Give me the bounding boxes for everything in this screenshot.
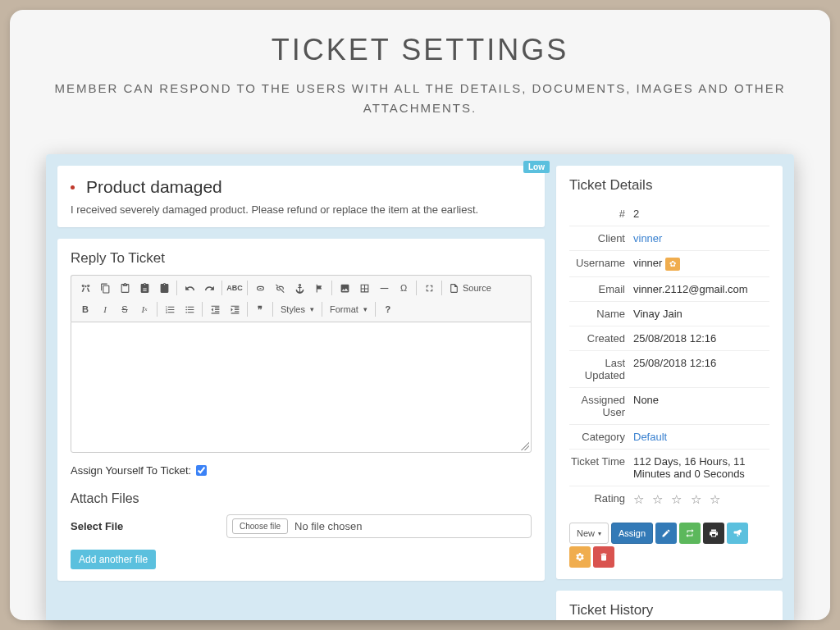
cut-icon[interactable] [76,279,94,297]
link-icon[interactable] [251,279,269,297]
ticket-title: Product damaged [71,177,532,197]
bullet-list-icon[interactable] [180,300,199,318]
detail-row: Created25/08/2018 12:16 [569,326,769,351]
file-status: No file chosen [294,520,362,532]
numbered-list-icon[interactable] [161,300,179,318]
detail-row: Ticket Time112 Days, 16 Hours, 11 Minute… [569,450,769,486]
maximize-icon[interactable] [420,279,438,297]
help-icon[interactable]: ? [379,300,397,318]
assign-checkbox[interactable] [196,465,207,476]
table-icon[interactable] [355,279,373,297]
styles-dropdown[interactable]: Styles [276,302,318,317]
ticket-header-panel: Low Product damaged I received severely … [57,166,545,227]
edit-icon-button[interactable] [655,523,677,544]
spellcheck-icon[interactable]: ABC [226,279,244,297]
status-dot [71,185,75,189]
priority-badge: Low [523,161,550,173]
remove-format-icon[interactable]: Ix [135,300,153,318]
assign-button[interactable]: Assign [611,523,653,544]
detail-row: Emailvinner.2112@gmail.com [569,277,769,302]
source-button[interactable]: Source [445,283,495,294]
history-heading: Ticket History [569,602,769,619]
gear-icon[interactable]: ✿ [665,258,680,271]
assign-label: Assign Yourself To Ticket: [71,464,191,477]
outdent-icon[interactable] [206,300,224,318]
page-subtitle: MEMBER CAN RESPOND TO THE USERS WITH ALL… [49,79,791,118]
hr-icon[interactable] [375,279,393,297]
redo-icon[interactable] [200,279,218,297]
detail-row: CategoryDefault [569,425,769,450]
print-icon-button[interactable] [703,523,724,544]
bold-icon[interactable]: B [76,300,94,318]
choose-file-button[interactable]: Choose file [232,518,288,534]
reply-panel: Reply To Ticket ABC [57,239,545,581]
image-icon[interactable] [336,279,354,297]
file-input[interactable]: Choose file No file chosen [226,514,532,538]
ticket-history-panel: Ticket History [556,591,783,620]
strike-icon[interactable]: S [116,300,134,318]
undo-icon[interactable] [180,279,199,297]
announce-icon-button[interactable] [727,523,748,544]
delete-icon-button[interactable] [593,546,614,568]
add-file-button[interactable]: Add another file [71,550,156,569]
flag-icon[interactable] [310,279,328,297]
ticket-details-panel: Ticket Details #2ClientvinnerUsernamevin… [556,166,783,579]
ticket-description: I received severely damaged product. Ple… [71,203,532,216]
settings-icon-button[interactable] [569,546,591,568]
select-file-label: Select File [71,520,210,532]
action-row: New ▾ Assign [569,523,769,568]
attach-heading: Attach Files [71,491,532,506]
new-button[interactable]: New ▾ [569,523,609,544]
page-title: TICKET SETTINGS [30,33,810,67]
detail-row: Last Updated25/08/2018 12:16 [569,351,769,388]
detail-row: Assigned UserNone [569,388,769,425]
details-heading: Ticket Details [569,177,769,194]
copy-icon[interactable] [96,279,114,297]
swap-icon-button[interactable] [679,523,701,544]
paste-word-icon[interactable] [155,279,173,297]
special-char-icon[interactable]: Ω [395,279,413,297]
indent-icon[interactable] [226,300,244,318]
detail-row: Clientvinner [569,226,769,251]
detail-row: Usernamevinner✿ [569,251,769,277]
blockquote-icon[interactable]: ❞ [251,300,269,318]
format-dropdown[interactable]: Format [326,302,372,317]
app-container: Low Product damaged I received severely … [46,154,794,620]
unlink-icon[interactable] [271,279,289,297]
paste-text-icon[interactable] [135,279,153,297]
anchor-icon[interactable] [290,279,308,297]
detail-row: NameVinay Jain [569,302,769,326]
italic-icon[interactable]: I [96,300,114,318]
paste-icon[interactable] [116,279,134,297]
detail-row: #2 [569,202,769,226]
detail-row: Rating☆ ☆ ☆ ☆ ☆ [569,486,769,513]
editor-textarea[interactable] [71,322,532,453]
editor-toolbar: ABC Ω Source [71,275,532,322]
resize-handle[interactable] [521,442,529,450]
reply-heading: Reply To Ticket [71,250,532,267]
